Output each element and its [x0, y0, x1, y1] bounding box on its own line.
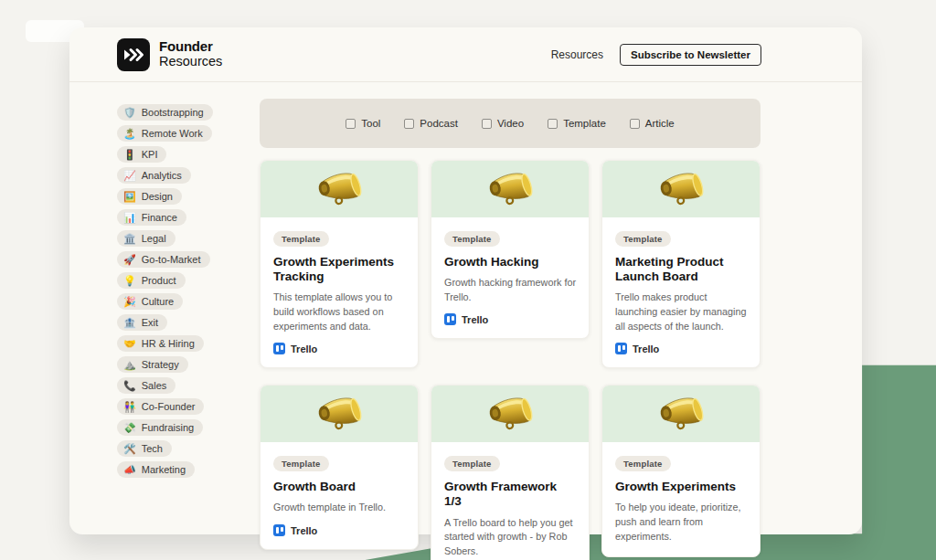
- sidebar-item-go-to-market[interactable]: 🚀Go-to-Market: [117, 251, 210, 268]
- source-label: Trello: [291, 525, 317, 536]
- card-title: Growth Board: [273, 480, 405, 494]
- filter-label: Article: [645, 118, 675, 129]
- sidebar-item-tech[interactable]: 🛠️Tech: [117, 440, 172, 457]
- source-label: Trello: [633, 343, 659, 354]
- sidebar-item-label: KPI: [142, 149, 158, 160]
- card-body: Template Growth Board Growth template in…: [261, 442, 418, 549]
- sidebar-item-legal[interactable]: 🏛️Legal: [117, 230, 176, 247]
- light-bulb-icon: 💡: [123, 276, 136, 286]
- type-badge: Template: [444, 456, 500, 471]
- gold-megaphone-icon: [657, 396, 705, 432]
- sidebar-item-label: Fundraising: [142, 422, 194, 433]
- resource-card[interactable]: Template Growth Framework 1/3 A Trello b…: [431, 385, 590, 560]
- sidebar-item-sales[interactable]: 📞Sales: [117, 377, 176, 394]
- filter-tool[interactable]: Tool: [346, 118, 380, 129]
- card-description: Growth template in Trello.: [273, 501, 405, 515]
- type-badge: Template: [615, 456, 671, 471]
- sidebar-item-hr-hiring[interactable]: 🤝HR & Hiring: [117, 335, 204, 352]
- sidebar-item-label: Bootstrapping: [142, 107, 204, 118]
- sidebar-item-bootstrapping[interactable]: 🛡️Bootstrapping: [117, 104, 213, 121]
- filter-bar: Tool Podcast Video Template Article: [260, 99, 760, 148]
- filter-video-checkbox[interactable]: [482, 119, 492, 129]
- logo[interactable]: Founder Resources: [117, 38, 222, 71]
- trello-icon: [615, 343, 627, 354]
- card-source[interactable]: Trello: [615, 343, 747, 354]
- resource-card[interactable]: Template Growth Board Growth template in…: [260, 385, 419, 550]
- resource-card[interactable]: Template Growth Experiments Tracking Thi…: [260, 160, 419, 368]
- trello-icon: [444, 313, 456, 325]
- filter-tool-checkbox[interactable]: [346, 119, 356, 129]
- sidebar-item-analytics[interactable]: 📈Analytics: [117, 167, 191, 184]
- card-body: Template Marketing Product Launch Board …: [602, 217, 760, 367]
- gold-megaphone-icon: [486, 396, 534, 432]
- logo-text: Founder Resources: [159, 39, 222, 69]
- sidebar-item-strategy[interactable]: ⛰️Strategy: [117, 356, 188, 373]
- filter-podcast[interactable]: Podcast: [404, 118, 458, 129]
- sidebar-category-list: 🛡️Bootstrapping 🏝️Remote Work 🚦KPI 📈Anal…: [117, 104, 236, 478]
- type-badge: Template: [273, 231, 329, 247]
- sidebar-item-design[interactable]: 🖼️Design: [117, 188, 182, 205]
- card-image: [261, 386, 418, 442]
- sidebar-item-label: HR & Hiring: [142, 338, 195, 349]
- card-source[interactable]: Trello: [273, 524, 405, 536]
- app-window: Founder Resources Resources Subscribe to…: [69, 27, 862, 534]
- sidebar-item-finance[interactable]: 📊Finance: [117, 209, 186, 226]
- card-source[interactable]: Trello: [273, 343, 405, 354]
- sidebar-item-label: Tech: [142, 443, 163, 454]
- card-source[interactable]: Trello: [444, 313, 576, 325]
- filter-label: Tool: [361, 118, 380, 129]
- couple-icon: 👫: [123, 402, 136, 412]
- sidebar-item-label: Finance: [142, 212, 177, 223]
- source-label: Trello: [462, 314, 488, 325]
- sidebar-item-fundraising[interactable]: 💸Fundraising: [117, 419, 203, 436]
- header-right: Resources Subscribe to Newsletter: [551, 44, 761, 66]
- mountain-icon: ⛰️: [123, 360, 136, 370]
- filter-label: Podcast: [420, 118, 458, 129]
- money-with-wings-icon: 💸: [123, 423, 136, 433]
- card-description: This template allows you to build workfl…: [273, 291, 405, 333]
- card-description: A Trello board to help you get started w…: [444, 516, 576, 559]
- filter-video[interactable]: Video: [482, 118, 524, 129]
- nav-link-resources[interactable]: Resources: [551, 48, 603, 61]
- card-title: Growth Experiments: [615, 480, 747, 494]
- sidebar-item-kpi[interactable]: 🚦KPI: [117, 146, 166, 163]
- sidebar-item-label: Exit: [142, 317, 158, 328]
- card-title: Growth Hacking: [444, 255, 576, 269]
- filter-label: Video: [497, 118, 524, 129]
- hammer-wrench-icon: 🛠️: [123, 444, 136, 454]
- gold-megaphone-icon: [657, 171, 705, 207]
- sidebar-item-product[interactable]: 💡Product: [117, 272, 186, 289]
- filter-podcast-checkbox[interactable]: [404, 119, 414, 129]
- shield-icon: 🛡️: [123, 108, 136, 118]
- sidebar-item-label: Sales: [142, 380, 167, 391]
- card-image: [602, 386, 760, 442]
- sidebar-item-marketing[interactable]: 📣Marketing: [117, 461, 195, 478]
- header: Founder Resources Resources Subscribe to…: [69, 27, 862, 82]
- sidebar-item-remote-work[interactable]: 🏝️Remote Work: [117, 125, 212, 142]
- logo-mark: [117, 38, 150, 71]
- filter-template-checkbox[interactable]: [548, 119, 558, 129]
- framed-picture-icon: 🖼️: [123, 192, 136, 202]
- sidebar-item-culture[interactable]: 🎉Culture: [117, 293, 183, 310]
- logo-line1: Founder: [159, 39, 222, 55]
- bank-icon: 🏦: [123, 318, 136, 328]
- bar-chart-icon: 📊: [123, 213, 136, 223]
- card-image: [602, 161, 760, 217]
- sidebar-item-exit[interactable]: 🏦Exit: [117, 314, 167, 331]
- resource-card[interactable]: Template Marketing Product Launch Board …: [601, 160, 760, 368]
- trello-icon: [273, 343, 285, 354]
- sidebar-item-label: Product: [142, 275, 176, 286]
- card-body: Template Growth Hacking Growth hacking f…: [431, 217, 589, 338]
- subscribe-newsletter-button[interactable]: Subscribe to Newsletter: [620, 44, 761, 66]
- filter-article-checkbox[interactable]: [630, 119, 640, 129]
- card-description: Growth hacking framework for Trello.: [444, 276, 576, 304]
- sidebar-item-co-founder[interactable]: 👫Co-Founder: [117, 398, 204, 415]
- resource-card[interactable]: Template Growth Experiments To help you …: [601, 385, 760, 557]
- card-title: Growth Framework 1/3: [444, 480, 576, 509]
- filter-template[interactable]: Template: [548, 118, 606, 129]
- logo-line2: Resources: [159, 55, 222, 69]
- sidebar-item-label: Go-to-Market: [142, 254, 201, 265]
- sidebar-item-label: Marketing: [142, 464, 186, 475]
- resource-card[interactable]: Template Growth Hacking Growth hacking f…: [431, 160, 590, 339]
- filter-article[interactable]: Article: [630, 118, 675, 129]
